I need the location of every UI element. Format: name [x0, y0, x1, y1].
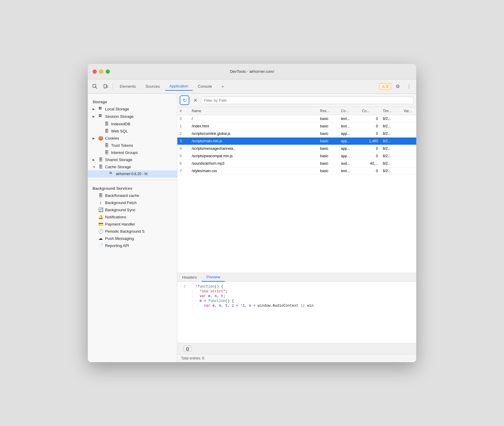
sidebar-item-periodic-bg[interactable]: ▶ 🕐 Periodic Background S: [88, 228, 177, 235]
shared-storage-icon: 🗄: [98, 157, 103, 162]
table-row[interactable]: 5 /scripts/pwacompat.min.js basic app...…: [177, 152, 416, 160]
tab-console[interactable]: Console: [194, 82, 216, 90]
col-header-co2: Co...: [359, 107, 380, 115]
cell-co2: 40,...: [359, 160, 380, 167]
sidebar-item-push-messaging[interactable]: ▶ ☁ Push Messaging: [88, 235, 177, 242]
cell-tim: 8/2...: [380, 145, 401, 152]
cookies-label: Cookies: [105, 136, 119, 141]
sidebar-item-cache-storage[interactable]: ▼ 🗄 Cache Storage: [88, 163, 177, 170]
clear-button[interactable]: ✕: [191, 96, 199, 104]
svg-rect-8: [100, 108, 102, 109]
cell-co2: 0: [359, 167, 380, 175]
cell-var: [401, 152, 416, 160]
cell-var: [401, 138, 416, 145]
tab-application[interactable]: Application: [165, 82, 193, 91]
cell-var: [401, 167, 416, 175]
trust-tokens-icon: 🗄: [104, 143, 109, 148]
window-title: DevTools - airhorner.com/: [230, 69, 274, 74]
tab-more[interactable]: »: [217, 82, 228, 90]
sidebar-item-session-storage[interactable]: ▶ Session Storage: [88, 113, 177, 120]
bg-fetch-label: Background Fetch: [105, 200, 137, 205]
sidebar-item-payment-handler[interactable]: ▶ 💳 Payment Handler: [88, 220, 177, 228]
table-row[interactable]: 3 /scripts/main.min.js basic app... 1,46…: [177, 138, 416, 145]
cell-var: [401, 145, 416, 152]
sidebar-item-interest-groups[interactable]: ▶ 🗄 Interest Groups: [88, 149, 177, 156]
sidebar-item-reporting-api[interactable]: ▶ 📄 Reporting API: [88, 242, 177, 249]
table-row[interactable]: 2 /scripts/comlink.global.js basic app..…: [177, 130, 416, 138]
tab-preview[interactable]: Preview: [202, 273, 225, 282]
sidebar-item-shared-storage[interactable]: ▶ 🗄 Shared Storage: [88, 156, 177, 163]
interest-groups-icon: 🗄: [104, 150, 109, 155]
sidebar-item-bg-fetch[interactable]: ▶ ↕ Background Fetch: [88, 199, 177, 206]
reporting-api-icon: 📄: [98, 243, 103, 248]
col-header-num: #: [177, 107, 189, 115]
sidebar-item-cache-entry[interactable]: ▶ airhorner-0.6.20 - ht: [88, 170, 177, 178]
arrow-icon: ▶: [93, 115, 96, 118]
settings-button[interactable]: ⚙: [393, 82, 402, 91]
bg-fetch-icon: ↕: [98, 200, 103, 205]
tab-sources[interactable]: Sources: [141, 82, 164, 90]
sidebar-item-cookies[interactable]: ▶ 🍪 Cookies: [88, 135, 177, 142]
cell-co1: app...: [339, 145, 359, 152]
sidebar-item-local-storage[interactable]: ▶ Local Storage: [88, 105, 177, 113]
svg-rect-13: [110, 172, 110, 173]
line-dash: -: [189, 289, 195, 294]
svg-rect-9: [99, 114, 100, 115]
storage-section-label: Storage: [88, 96, 177, 105]
cell-res: basic: [318, 123, 339, 130]
cell-name: /scripts/main.min.js: [189, 138, 318, 145]
code-content: !function() {: [195, 285, 223, 289]
trust-tokens-label: Trust Tokens: [111, 143, 133, 148]
cell-name: /scripts/messagechannela...: [189, 145, 318, 152]
sidebar-item-trust-tokens[interactable]: ▶ 🗄 Trust Tokens: [88, 142, 177, 149]
filter-input[interactable]: [201, 97, 414, 104]
sidebar-item-notifications[interactable]: ▶ 🔔 Notifications: [88, 213, 177, 220]
minimize-button[interactable]: [99, 70, 103, 74]
code-content: var e, n, t, i = !1, o = window.AudioCon…: [195, 304, 314, 308]
tab-elements[interactable]: Elements: [116, 82, 140, 90]
cache-entry-icon: [109, 172, 114, 176]
close-button[interactable]: [93, 70, 97, 74]
cell-tim: 8/2...: [380, 123, 401, 130]
table-row[interactable]: 1 /index.html basic text... 0 8/2...: [177, 123, 416, 130]
titlebar: DevTools - airhorner.com/: [88, 64, 416, 79]
svg-rect-3: [107, 85, 108, 87]
table-row[interactable]: 7 /styles/main.css basic text... 0 8/2..…: [177, 167, 416, 175]
svg-rect-16: [111, 173, 112, 174]
table-row[interactable]: 6 /sounds/airhorn.mp3 basic aud... 40,..…: [177, 160, 416, 167]
device-icon[interactable]: [101, 82, 110, 91]
tab-headers[interactable]: Headers: [177, 273, 202, 282]
code-content: var e, n, t;: [195, 294, 225, 298]
col-header-var: Var...: [401, 107, 416, 115]
bottom-panel: Headers Preview 1 !function() { -: [177, 273, 416, 362]
sidebar-item-indexeddb[interactable]: ▶ 🗄 IndexedDB: [88, 120, 177, 127]
filter-bar: ↻ ✕: [177, 94, 416, 107]
sidebar-item-backforward[interactable]: ▶ 🗄 Back/forward cache: [88, 192, 177, 199]
warning-icon: ⚠: [382, 84, 385, 89]
total-entries: Total entries: 8: [181, 356, 204, 360]
table-row[interactable]: 4 /scripts/messagechannela... basic app.…: [177, 145, 416, 152]
cell-num: 6: [177, 160, 189, 167]
code-preview: 1 !function() { - "use strict";: [177, 282, 416, 343]
cell-co1: aud...: [339, 160, 359, 167]
line-dash: -: [189, 299, 195, 303]
cell-co2: 0: [359, 123, 380, 130]
menu-button[interactable]: ⋮: [404, 82, 414, 91]
code-line-4: - e = function() {: [177, 299, 416, 303]
cell-co2: 0: [359, 145, 380, 152]
inspect-icon[interactable]: [90, 82, 100, 91]
table-row[interactable]: 0 / basic text... 0 8/2...: [177, 115, 416, 123]
svg-rect-5: [99, 107, 100, 108]
line-dash: -: [189, 294, 195, 298]
pretty-print-button[interactable]: {}: [183, 345, 192, 352]
maximize-button[interactable]: [106, 70, 110, 74]
periodic-bg-label: Periodic Background S: [105, 229, 145, 234]
warning-badge[interactable]: ⚠ 2: [379, 83, 391, 90]
sidebar-item-bg-sync[interactable]: ▶ 🔄 Background Sync: [88, 206, 177, 213]
gear-icon: ⚙: [396, 84, 400, 89]
sidebar-item-websql[interactable]: ▶ 🗄 Web SQL: [88, 127, 177, 135]
refresh-button[interactable]: ↻: [180, 95, 189, 105]
cell-name: /index.html: [189, 123, 318, 130]
cell-num: 0: [177, 115, 189, 123]
session-storage-label: Session Storage: [105, 114, 133, 119]
